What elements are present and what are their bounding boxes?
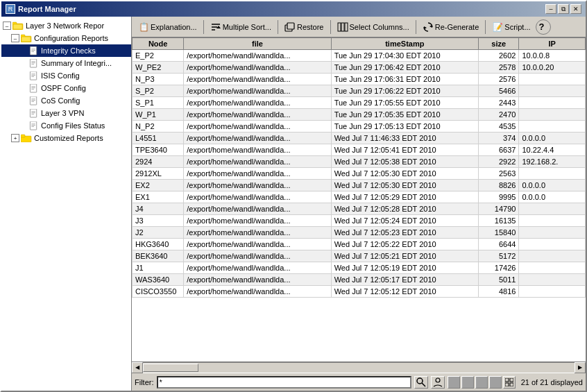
cell-size: 6644 (479, 239, 519, 250)
data-table-container[interactable]: Node file timeStamp size IP E_P2/export/… (132, 37, 586, 361)
cell-file: /export/home/wandl/wandlda... (184, 250, 331, 262)
filter-btn-2[interactable] (461, 376, 474, 389)
filter-search-button[interactable] (414, 376, 428, 389)
scroll-right-button[interactable]: ▶ (575, 362, 586, 373)
sidebar-item-layer3[interactable]: – Layer 3 Network Repor (1, 19, 131, 32)
sidebar-item-integrity-checks[interactable]: Integrity Checks (1, 44, 131, 57)
expand-customized[interactable]: + (11, 134, 19, 142)
sidebar-label-configfiles: Config Files Status (41, 121, 105, 130)
filter-btn-grid[interactable] (503, 376, 516, 389)
table-header-row: Node file timeStamp size IP (133, 38, 586, 50)
table-body: E_P2/export/home/wandl/wandlda...Tue Jun… (133, 50, 586, 298)
cell-node: 2912XL (133, 168, 184, 180)
scroll-thumb[interactable] (143, 364, 198, 372)
cell-ip (519, 227, 586, 239)
scroll-track[interactable] (143, 362, 575, 373)
table-row[interactable]: 2912XL/export/home/wandl/wandlda...Wed J… (133, 168, 586, 180)
sidebar-label-cos: CoS Config (41, 96, 80, 105)
filter-btn-4[interactable] (489, 376, 502, 389)
expand-layer3[interactable]: – (3, 22, 11, 30)
col-header-ip[interactable]: IP (519, 38, 586, 50)
expand-config-reports[interactable]: – (11, 34, 19, 42)
col-header-file[interactable]: file (184, 38, 331, 50)
restore-icon (284, 22, 296, 33)
table-row[interactable]: CISCO3550/export/home/wandl/wandlda...We… (133, 286, 586, 298)
table-row[interactable]: J2/export/home/wandl/wandlda...Wed Jul 7… (133, 227, 586, 239)
sidebar-item-ospf-config[interactable]: OSPF Config (1, 82, 131, 94)
cell-file: /export/home/wandl/wandlda... (184, 262, 331, 274)
filter-input[interactable] (157, 376, 411, 389)
multiple-sort-button[interactable]: Multiple Sort... (207, 19, 275, 35)
table-row[interactable]: J4/export/home/wandl/wandlda...Wed Jul 7… (133, 203, 586, 215)
cell-node: EX2 (133, 180, 184, 191)
sidebar-item-cos-config[interactable]: CoS Config (1, 94, 131, 107)
re-generate-icon (423, 22, 434, 33)
cell-file: /export/home/wandl/wandlda... (184, 156, 331, 168)
table-row[interactable]: N_P2/export/home/wandl/wandlda...Tue Jun… (133, 121, 586, 133)
restore-button[interactable]: Restore (281, 19, 327, 35)
col-header-node[interactable]: Node (133, 38, 184, 50)
table-row[interactable]: N_P3/export/home/wandl/wandlda...Tue Jun… (133, 74, 586, 85)
table-row[interactable]: BEK3640/export/home/wandl/wandlda...Wed … (133, 250, 586, 262)
sidebar-item-customized[interactable]: + Customized Reports (1, 132, 131, 144)
sidebar-item-config-files[interactable]: Config Files Status (1, 119, 131, 132)
script-button[interactable]: 📝 Script... (488, 19, 534, 35)
cell-size: 5011 (479, 274, 519, 286)
doc-isis-icon (29, 71, 39, 80)
cell-ip (519, 168, 586, 180)
sidebar-label-summary: Summary of Integri... (41, 59, 112, 67)
cell-timestamp: Wed Jul 7 12:05:24 EDT 2010 (331, 215, 478, 227)
table-row[interactable]: J1/export/home/wandl/wandlda...Wed Jul 7… (133, 262, 586, 274)
table-row[interactable]: E_P2/export/home/wandl/wandlda...Tue Jun… (133, 50, 586, 62)
cell-ip: 0.0.0.0 (519, 191, 586, 203)
table-row[interactable]: S_P2/export/home/wandl/wandlda...Tue Jun… (133, 85, 586, 97)
svg-rect-41 (287, 23, 294, 29)
doc-ospf-icon (29, 84, 39, 93)
select-columns-button[interactable]: Select Columns... (334, 19, 413, 35)
explanation-button[interactable]: 📋 Explanation... (135, 19, 201, 35)
svg-line-48 (422, 383, 425, 386)
filter-btn-3[interactable] (475, 376, 488, 389)
svg-rect-53 (510, 383, 513, 386)
close-button[interactable]: ✕ (570, 4, 581, 14)
sidebar-item-isis-config[interactable]: ISIS Config (1, 69, 131, 82)
cell-ip: 192.168.2. (519, 156, 586, 168)
table-row[interactable]: W_PE2/export/home/wandl/wandlda...Tue Ju… (133, 62, 586, 74)
scroll-left-button[interactable]: ◀ (132, 362, 143, 373)
sidebar-label-ospf: OSPF Config (41, 84, 86, 92)
filter-person-button[interactable] (431, 376, 445, 389)
select-columns-icon (337, 22, 348, 33)
table-row[interactable]: 2924/export/home/wandl/wandlda...Wed Jul… (133, 156, 586, 168)
cell-ip (519, 74, 586, 85)
table-row[interactable]: EX2/export/home/wandl/wandlda...Wed Jul … (133, 180, 586, 191)
table-row[interactable]: WAS3640/export/home/wandl/wandlda...Wed … (133, 274, 586, 286)
cell-file: /export/home/wandl/wandlda... (184, 121, 331, 133)
restore-button[interactable]: ⧉ (558, 4, 569, 14)
table-row[interactable]: J3/export/home/wandl/wandlda...Wed Jul 7… (133, 215, 586, 227)
help-button[interactable]: ? (536, 19, 551, 35)
cell-ip (519, 274, 586, 286)
cell-file: /export/home/wandl/wandlda... (184, 168, 331, 180)
table-row[interactable]: HKG3640/export/home/wandl/wandlda...Wed … (133, 239, 586, 250)
cell-ip (519, 286, 586, 298)
sidebar-item-layer3-vpn[interactable]: Layer 3 VPN (1, 107, 131, 119)
col-header-timestamp[interactable]: timeStamp (331, 38, 478, 50)
cell-ip: 10.0.0.8 (519, 50, 586, 62)
minimize-button[interactable]: – (545, 4, 556, 14)
table-row[interactable]: S_P1/export/home/wandl/wandlda...Tue Jun… (133, 97, 586, 109)
table-row[interactable]: L4551/export/home/wandl/wandlda...Wed Ju… (133, 133, 586, 144)
horizontal-scrollbar[interactable]: ◀ ▶ (132, 361, 586, 373)
filter-btn-1[interactable] (448, 376, 460, 389)
sidebar-item-config-reports[interactable]: – Configuration Reports (1, 32, 131, 44)
cell-ip: 0.0.0.0 (519, 133, 586, 144)
cell-ip (519, 203, 586, 215)
re-generate-button[interactable]: Re-Generate (419, 19, 483, 35)
sidebar-item-summary-integrity[interactable]: Summary of Integri... (1, 57, 131, 69)
table-row[interactable]: W_P1/export/home/wandl/wandlda...Tue Jun… (133, 109, 586, 121)
table-row[interactable]: TPE3640/export/home/wandl/wandlda...Wed … (133, 144, 586, 156)
cell-timestamp: Wed Jul 7 12:05:22 EDT 2010 (331, 239, 478, 250)
filter-nav-buttons (448, 376, 516, 389)
col-header-size[interactable]: size (479, 38, 519, 50)
table-row[interactable]: EX1/export/home/wandl/wandlda...Wed Jul … (133, 191, 586, 203)
display-count: 21 of 21 displayed (521, 378, 583, 386)
